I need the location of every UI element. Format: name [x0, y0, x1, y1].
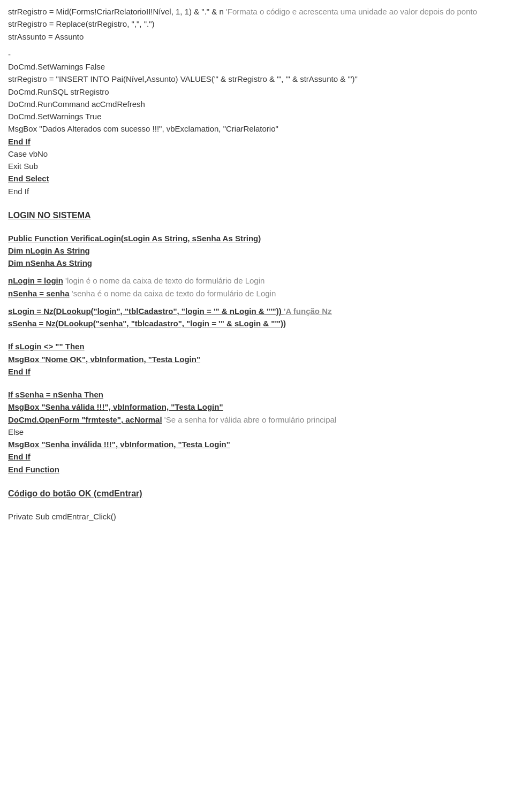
line-exit-sub: Exit Sub	[8, 160, 506, 172]
line-private-sub: Private Sub cmdEntrar_Click()	[8, 510, 506, 523]
line-if-slogin: If sLogin <> "" Then	[8, 340, 506, 353]
line-9: DoCmd.RunCommand acCmdRefresh	[8, 98, 506, 110]
line-6: DoCmd.SetWarnings False	[8, 60, 506, 73]
line-msgbox-nome-ok: MsgBox "Nome OK", vbInformation, "Testa …	[8, 353, 506, 365]
code-content: strRegistro = Mid(Forms!CriarRelatorioII…	[8, 5, 506, 523]
line-3: strAssunto = Assunto	[8, 30, 506, 43]
line-public-function: Public Function VerificaLogin(sLogin As …	[8, 232, 506, 244]
line-end-if-2: End If	[8, 185, 506, 197]
line-slogin-dlookup: sLogin = Nz(DLookup("login", "tblCadastr…	[8, 305, 506, 317]
line-end-function: End Function	[8, 463, 506, 476]
line-if-ssenha: If sSenha = nSenha Then	[8, 388, 506, 401]
spacer-3	[8, 227, 506, 232]
line-end-if-4: End If	[8, 450, 506, 463]
line-docmd-openform: DoCmd.OpenForm "frmteste", acNormal 'Se …	[8, 413, 506, 426]
spacer-5	[8, 300, 506, 305]
line-7: strRegistro = "INSERT INTO Pai(Nível,Ass…	[8, 73, 506, 85]
spacer-6	[8, 330, 506, 335]
line-case-vbno: Case vbNo	[8, 148, 506, 160]
spacer-1	[8, 43, 506, 48]
line-11: MsgBox "Dados Alterados com sucesso !!!"…	[8, 122, 506, 135]
line-else: Else	[8, 426, 506, 438]
spacer-9	[8, 383, 506, 388]
line-8: DoCmd.RunSQL strRegistro	[8, 86, 506, 98]
line-dash: -	[8, 48, 506, 60]
line-end-if-3: End If	[8, 365, 506, 378]
spacer-10	[8, 476, 506, 481]
spacer-2	[8, 197, 506, 203]
spacer-7	[8, 335, 506, 340]
line-2: strRegistro = Replace(strRegistro, ",", …	[8, 18, 506, 30]
line-dim-nlogin: Dim nLogin As String	[8, 244, 506, 257]
line-1: strRegistro = Mid(Forms!CriarRelatorioII…	[8, 5, 506, 18]
spacer-4	[8, 269, 506, 274]
spacer-8	[8, 378, 506, 383]
line-end-select: End Select	[8, 172, 506, 185]
line-end-if-1: End If	[8, 135, 506, 148]
line-nsenha-assign: nSenha = senha 'senha é o nome da caixa …	[8, 287, 506, 300]
line-nlogin-assign: nLogin = login 'login é o nome da caixa …	[8, 274, 506, 287]
line-msgbox-senha-invalida: MsgBox "Senha inválida !!!", vbInformati…	[8, 438, 506, 450]
line-ssenha-dlookup: sSenha = Nz(DLookup("senha", "tblcadastr…	[8, 317, 506, 330]
section-botao-ok: Código do botão OK (cmdEntrar)	[8, 487, 506, 501]
line-10: DoCmd.SetWarnings True	[8, 110, 506, 122]
line-dim-nsenha: Dim nSenha As String	[8, 257, 506, 269]
line-msgbox-senha-valida: MsgBox "Senha válida !!!", vbInformation…	[8, 401, 506, 413]
spacer-11	[8, 505, 506, 510]
section-login: LOGIN NO SISTEMA	[8, 209, 506, 223]
